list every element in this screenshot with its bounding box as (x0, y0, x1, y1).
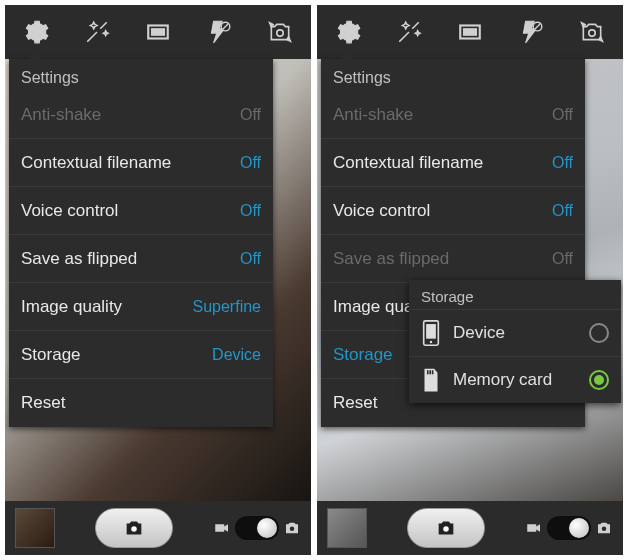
row-label: Anti-shake (333, 105, 413, 125)
settings-row-image-quality[interactable]: Image quality Superfine (9, 283, 273, 331)
gear-icon[interactable] (332, 16, 364, 48)
radio-on[interactable] (589, 370, 609, 390)
storage-option-device[interactable]: Device (409, 309, 621, 356)
row-label: Save as flipped (21, 249, 137, 269)
panel-title: Settings (9, 59, 273, 91)
settings-row-reset[interactable]: Reset (9, 379, 273, 427)
camera-toolbar (317, 5, 623, 59)
row-label: Anti-shake (21, 105, 101, 125)
popup-title: Storage (409, 280, 621, 309)
camera-icon (283, 519, 301, 537)
option-label: Device (453, 323, 577, 343)
panel-arrow (27, 53, 43, 61)
settings-row-save-as-flipped[interactable]: Save as flipped Off (321, 235, 585, 283)
settings-row-voice-control[interactable]: Voice control Off (321, 187, 585, 235)
flash-off-icon[interactable] (203, 16, 235, 48)
panel-arrow (339, 53, 355, 61)
camera-bottom-bar (5, 501, 311, 555)
phone-left: Settings Anti-shake Off Contextual filen… (5, 5, 311, 555)
row-label: Save as flipped (333, 249, 449, 269)
svg-point-11 (589, 30, 596, 37)
storage-popup: Storage Device Memory card (409, 280, 621, 403)
svg-point-19 (602, 527, 607, 532)
row-value: Off (240, 250, 261, 268)
gear-icon[interactable] (20, 16, 52, 48)
row-value: Off (552, 250, 573, 268)
video-icon (525, 519, 543, 537)
mode-switch[interactable] (525, 516, 613, 540)
row-label: Reset (21, 393, 65, 413)
settings-row-anti-shake[interactable]: Anti-shake Off (9, 91, 273, 139)
flash-off-icon[interactable] (515, 16, 547, 48)
settings-row-contextual-filename[interactable]: Contextual filename Off (9, 139, 273, 187)
shutter-button[interactable] (95, 508, 173, 548)
svg-point-14 (430, 341, 432, 343)
row-label: Contextual filename (333, 153, 483, 173)
row-value: Device (212, 346, 261, 364)
option-label: Memory card (453, 370, 577, 390)
svg-rect-17 (432, 370, 434, 374)
svg-point-4 (277, 30, 284, 37)
settings-row-contextual-filename[interactable]: Contextual filename Off (321, 139, 585, 187)
svg-rect-16 (429, 370, 431, 374)
switch-camera-icon[interactable] (576, 16, 608, 48)
svg-rect-8 (463, 29, 476, 36)
radio-off[interactable] (589, 323, 609, 343)
phone-right: Settings Anti-shake Off Contextual filen… (317, 5, 623, 555)
storage-option-memory-card[interactable]: Memory card (409, 356, 621, 403)
settings-panel: Settings Anti-shake Off Contextual filen… (9, 59, 273, 427)
settings-row-storage[interactable]: Storage Device (9, 331, 273, 379)
row-value: Superfine (193, 298, 262, 316)
switch-camera-icon[interactable] (264, 16, 296, 48)
settings-row-anti-shake[interactable]: Anti-shake Off (321, 91, 585, 139)
settings-row-save-as-flipped[interactable]: Save as flipped Off (9, 235, 273, 283)
row-value: Off (240, 202, 261, 220)
shutter-button[interactable] (407, 508, 485, 548)
row-value: Off (552, 106, 573, 124)
frame-icon[interactable] (142, 16, 174, 48)
row-value: Off (240, 106, 261, 124)
video-icon (213, 519, 231, 537)
panel-title: Settings (321, 59, 585, 91)
row-value: Off (552, 154, 573, 172)
row-label: Storage (333, 345, 393, 365)
row-label: Voice control (21, 201, 118, 221)
gallery-thumbnail[interactable] (327, 508, 367, 548)
gallery-thumbnail[interactable] (15, 508, 55, 548)
magic-icon[interactable] (81, 16, 113, 48)
row-label: Voice control (333, 201, 430, 221)
svg-point-18 (443, 526, 449, 532)
magic-icon[interactable] (393, 16, 425, 48)
svg-rect-13 (426, 324, 436, 339)
row-value: Off (240, 154, 261, 172)
mode-switch[interactable] (213, 516, 301, 540)
svg-point-6 (290, 527, 295, 532)
svg-point-5 (131, 526, 137, 532)
svg-rect-15 (427, 370, 429, 374)
camera-icon (595, 519, 613, 537)
camera-toolbar (5, 5, 311, 59)
settings-row-voice-control[interactable]: Voice control Off (9, 187, 273, 235)
row-label: Reset (333, 393, 377, 413)
row-label: Contextual filename (21, 153, 171, 173)
mode-toggle[interactable] (547, 516, 591, 540)
svg-rect-1 (151, 29, 164, 36)
row-label: Image quality (21, 297, 122, 317)
sd-card-icon (421, 367, 441, 393)
frame-icon[interactable] (454, 16, 486, 48)
device-icon (421, 320, 441, 346)
mode-toggle[interactable] (235, 516, 279, 540)
camera-bottom-bar (317, 501, 623, 555)
row-label: Storage (21, 345, 81, 365)
row-value: Off (552, 202, 573, 220)
